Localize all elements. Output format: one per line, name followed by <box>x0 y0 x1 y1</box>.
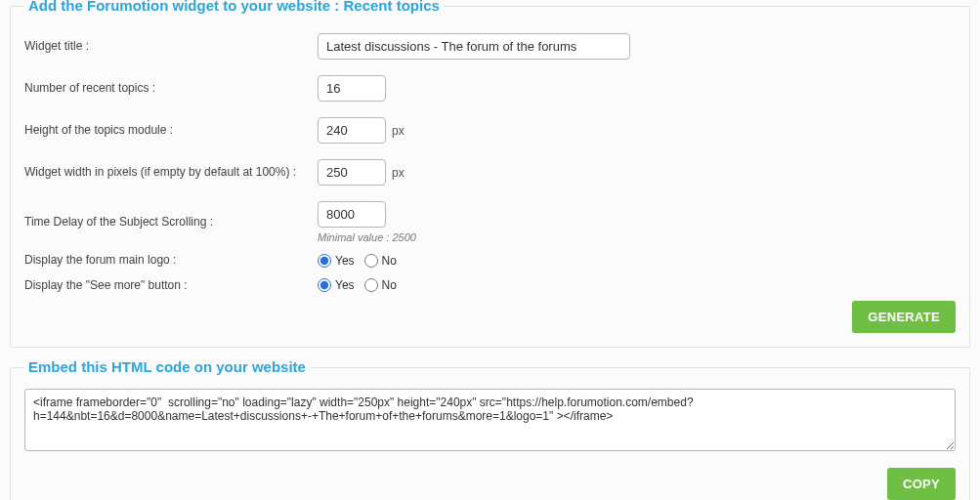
seemore-no-label[interactable]: No <box>364 278 397 292</box>
widget-config-panel: Add the Forumotion widget to your websit… <box>10 6 970 348</box>
label-height: Height of the topics module : <box>24 123 318 139</box>
row-title: Widget title : <box>24 33 956 60</box>
height-unit: px <box>392 124 405 138</box>
label-logo: Display the forum main logo : <box>24 253 318 269</box>
row-width: Widget width in pixels (if empty by defa… <box>24 159 956 186</box>
seemore-yes-label[interactable]: Yes <box>318 278 355 292</box>
label-num-topics: Number of recent topics : <box>24 81 318 97</box>
copy-button[interactable]: COPY <box>887 468 956 500</box>
seemore-yes-radio[interactable] <box>318 278 331 292</box>
row-num-topics: Number of recent topics : <box>24 75 956 102</box>
seemore-yes-text: Yes <box>335 278 355 292</box>
logo-yes-label[interactable]: Yes <box>318 254 355 268</box>
embed-code-textarea[interactable] <box>24 389 956 451</box>
seemore-no-radio[interactable] <box>364 278 378 292</box>
copy-row: COPY <box>24 468 956 500</box>
row-logo: Display the forum main logo : Yes No <box>24 253 956 269</box>
generate-button[interactable]: GENERATE <box>852 301 956 333</box>
delay-hint: Minimal value : 2500 <box>318 231 416 243</box>
seemore-no-text: No <box>382 278 397 292</box>
label-delay: Time Delay of the Subject Scrolling : <box>24 215 318 230</box>
row-delay: Time Delay of the Subject Scrolling : Mi… <box>24 201 956 243</box>
logo-yes-text: Yes <box>335 254 355 268</box>
num-topics-input[interactable] <box>318 75 386 102</box>
logo-no-radio[interactable] <box>364 254 378 268</box>
label-width: Widget width in pixels (if empty by defa… <box>24 165 318 181</box>
embed-panel-title: Embed this HTML code on your website <box>24 358 310 375</box>
width-unit: px <box>392 166 405 180</box>
logo-no-text: No <box>382 254 397 268</box>
row-height: Height of the topics module : px <box>24 117 956 144</box>
generate-row: GENERATE <box>24 301 956 333</box>
label-widget-title: Widget title : <box>24 39 318 55</box>
embed-panel: Embed this HTML code on your website COP… <box>10 367 970 500</box>
widget-title-input[interactable] <box>318 33 630 60</box>
label-seemore: Display the "See more" button : <box>24 278 318 294</box>
logo-no-label[interactable]: No <box>364 254 397 268</box>
row-seemore: Display the "See more" button : Yes No <box>24 278 956 294</box>
logo-yes-radio[interactable] <box>318 254 331 268</box>
height-input[interactable] <box>318 117 386 144</box>
delay-input[interactable] <box>318 201 386 228</box>
widget-panel-title: Add the Forumotion widget to your websit… <box>24 0 444 14</box>
width-input[interactable] <box>318 159 386 186</box>
